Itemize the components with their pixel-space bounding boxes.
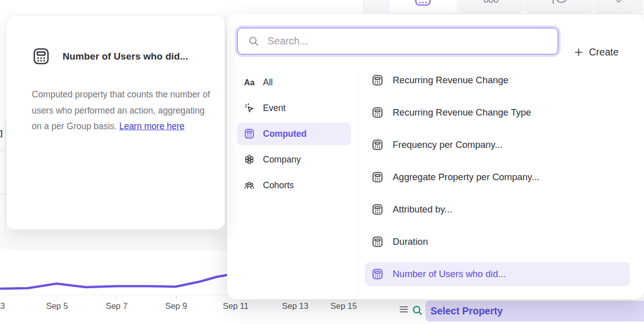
create-label: Create [589,46,619,58]
property-item-frequency-per-company[interactable]: Frequency per Company... [365,133,630,157]
calculator-icon [371,203,384,215]
tooltip-description: Computed property that counts the number… [32,87,211,135]
category-label: All [263,77,273,88]
x-axis-label: Sep 3 [0,301,5,311]
search-field[interactable] [237,28,558,55]
calculator-icon [371,171,384,183]
x-axis-label: Sep 9 [165,301,187,311]
chart-top-band [0,230,230,251]
panel-divider [358,71,358,296]
select-property-button[interactable]: Select Property [425,301,644,321]
calculator-icon [371,106,384,119]
property-item-aggregate-property-per-company[interactable]: Aggregate Property per Company... [365,165,630,189]
calculator-icon [32,47,50,66]
property-item-attributed-by[interactable]: Attributed by... [365,197,630,222]
category-label: Event [263,103,286,114]
category-item-event[interactable]: Event [237,97,351,119]
x-axis-label: Sep 13 [282,301,308,311]
property-item-recurring-revenue-change[interactable]: Recurring Revenue Change [365,68,630,92]
company-cluster-icon [244,154,255,165]
chart-tab-retention-tab-icon[interactable] [524,0,593,13]
property-picker-panel: Create AaAllEventComputedCompanyCohorts … [227,14,644,299]
chart-tab-breakdown-tab-icon[interactable] [594,0,643,13]
x-axis-label: Sep 15 [331,301,357,311]
clipped-text-fragment: ] [0,129,3,137]
property-tooltip-card: Number of Users who did... Computed prop… [6,15,225,230]
calculator-icon [371,74,384,86]
background-panel-row-divider [0,150,5,151]
search-input[interactable] [266,35,558,47]
x-axis-label: Sep 11 [223,301,248,311]
calculator-icon [371,139,384,151]
category-item-cohorts[interactable]: Cohorts [237,174,351,196]
property-item-duration[interactable]: Duration [365,230,630,254]
chart-tab-metric-tab-icon[interactable] [389,0,458,13]
property-label: Aggregate Property per Company... [393,172,540,183]
calculator-icon [244,128,255,139]
property-item-number-of-users-who-did[interactable]: Number of Users who did... [365,262,630,286]
property-item-recurring-revenue-change-type[interactable]: Recurring Revenue Change Type [365,100,630,125]
category-item-all[interactable]: AaAll [237,71,351,93]
property-label: Duration [393,236,428,247]
category-item-computed[interactable]: Computed [237,123,351,145]
category-item-company[interactable]: Company [237,148,351,171]
search-icon [411,304,423,316]
plus-icon [573,47,584,58]
cohorts-people-icon [244,180,255,191]
tooltip-header: Number of Users who did... [32,47,188,66]
property-list: Recurring Revenue ChangeRecurring Revenu… [365,68,630,294]
toolbar-gap [364,0,389,14]
tooltip-title: Number of Users who did... [63,51,188,62]
learn-more-link[interactable]: Learn more here [119,121,184,131]
event-cursor-icon [244,102,255,114]
calculator-icon [371,236,384,248]
x-axis-tick [57,295,58,299]
calculator-icon [371,268,384,280]
chart-type-tabbar [389,0,644,13]
category-label: Company [263,154,301,165]
property-label: Frequency per Company... [393,139,503,150]
category-list: AaAllEventComputedCompanyCohorts [237,71,351,200]
category-label: Cohorts [263,180,294,191]
property-label: Recurring Revenue Change Type [393,107,531,118]
property-label: Number of Users who did... [393,268,506,280]
property-label: Recurring Revenue Change [393,75,508,86]
search-icon [248,35,259,47]
text-format-icon: Aa [244,78,254,87]
chart-tab-funnel-tab-icon[interactable] [458,0,524,13]
x-axis-label: Sep 7 [105,301,127,311]
background-panel-row-divider [0,194,5,195]
line-chart [0,251,235,295]
background-panel-edge [5,121,6,230]
drag-handle-icon[interactable] [400,306,408,313]
category-label: Computed [263,129,307,139]
property-label: Attributed by... [393,204,452,215]
x-axis-label: Sep 5 [46,301,68,311]
select-property-label: Select Property [431,305,503,317]
x-axis-tick [176,295,177,299]
x-axis-tick [117,295,117,299]
create-button[interactable]: Create [573,46,619,58]
